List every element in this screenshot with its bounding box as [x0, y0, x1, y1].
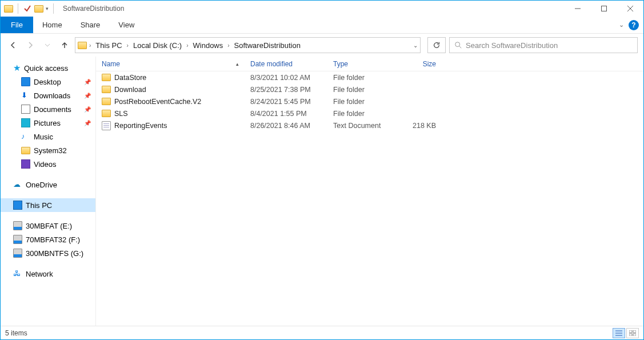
window-title: SoftwareDistribution [63, 5, 124, 13]
folder-icon [102, 86, 111, 93]
sort-ascending-icon: ▴ [236, 61, 239, 67]
column-date[interactable]: Date modified [245, 57, 327, 71]
sidebar-item-pictures[interactable]: Pictures 📌 [1, 116, 95, 130]
network-icon: 🖧 [13, 269, 22, 278]
status-item-count: 5 items [5, 329, 27, 337]
address-dropdown-icon[interactable]: ⌄ [413, 42, 418, 49]
folder-icon [102, 110, 111, 117]
sidebar-item-downloads[interactable]: ⬇ Downloads 📌 [1, 89, 95, 102]
file-row[interactable]: ReportingEvents8/26/2021 8:46 AMText Doc… [96, 119, 643, 131]
sidebar-item-onedrive[interactable]: ☁ OneDrive [1, 178, 95, 191]
drive-icon [13, 221, 22, 230]
sidebar-item-label: 30MBFAT (E:) [26, 222, 72, 230]
sidebar-item-label: Desktop [34, 78, 61, 86]
crumb-windows[interactable]: Windows [191, 38, 226, 53]
sidebar-item-network[interactable]: 🖧 Network [1, 267, 95, 281]
menu-share[interactable]: Share [71, 17, 110, 33]
pin-icon: 📌 [84, 120, 91, 126]
forward-button[interactable] [23, 38, 37, 52]
file-date: 8/26/2021 8:46 AM [245, 122, 327, 130]
refresh-button[interactable] [427, 37, 446, 53]
qat-dropdown-icon[interactable]: ▾ [46, 6, 49, 11]
file-row[interactable]: SLS8/4/2021 1:55 PMFile folder [96, 107, 643, 119]
file-date: 8/3/2021 10:02 AM [245, 74, 327, 82]
back-button[interactable] [6, 38, 20, 52]
help-icon[interactable]: ? [629, 20, 639, 30]
menu-view[interactable]: View [109, 17, 143, 33]
recent-locations-button[interactable] [41, 38, 54, 52]
maximize-button[interactable] [591, 1, 617, 17]
address-bar[interactable]: › This PC › Local Disk (C:) › Windows › … [75, 37, 421, 53]
status-bar: 5 items [1, 326, 643, 339]
view-large-icons-button[interactable] [626, 328, 639, 338]
ribbon-expand-icon[interactable]: ⌄ [619, 21, 624, 29]
file-size: 218 KB [396, 122, 442, 130]
column-name[interactable]: Name▴ [96, 57, 245, 71]
address-row: › This PC › Local Disk (C:) › Windows › … [1, 34, 643, 57]
crumb-softwaredistribution[interactable]: SoftwareDistribution [232, 38, 303, 53]
close-button[interactable] [617, 1, 643, 17]
sidebar-item-drive-e[interactable]: 30MBFAT (E:) [1, 219, 95, 233]
file-rows: DataStore8/3/2021 10:02 AMFile folderDow… [96, 71, 643, 326]
navigation-pane: ★ Quick access Desktop 📌 ⬇ Downloads 📌 D… [1, 57, 95, 326]
sidebar-item-this-pc[interactable]: This PC [1, 198, 95, 212]
text-document-icon [102, 121, 111, 130]
file-name: Download [114, 86, 146, 94]
search-input[interactable] [466, 41, 633, 50]
app-icon [4, 5, 13, 13]
sidebar-item-label: Music [34, 133, 53, 141]
crumb-this-pc[interactable]: This PC [93, 38, 124, 53]
column-headers: Name▴ Date modified Type Size [96, 57, 643, 71]
file-row[interactable]: PostRebootEventCache.V28/24/2021 5:45 PM… [96, 95, 643, 107]
chevron-right-icon[interactable]: › [87, 42, 93, 49]
file-type: File folder [327, 74, 396, 82]
file-type: File folder [327, 98, 396, 106]
downloads-icon: ⬇ [21, 91, 30, 100]
sidebar-item-videos[interactable]: Videos [1, 157, 95, 171]
folder-icon [102, 74, 111, 81]
menu-home[interactable]: Home [33, 17, 71, 33]
chevron-right-icon[interactable]: › [184, 42, 190, 49]
sidebar-item-label: Videos [34, 160, 57, 169]
sidebar-item-quick-access[interactable]: ★ Quick access [1, 61, 95, 75]
column-type[interactable]: Type [327, 57, 396, 71]
ribbon: File Home Share View ⌄ ? [1, 17, 643, 34]
drive-icon [13, 249, 22, 258]
sidebar-item-label: Pictures [34, 119, 61, 127]
view-details-button[interactable] [613, 328, 625, 338]
crumb-local-disk[interactable]: Local Disk (C:) [131, 38, 184, 53]
svg-rect-12 [633, 334, 636, 336]
file-tab[interactable]: File [1, 17, 33, 33]
pin-icon: 📌 [84, 93, 91, 99]
up-button[interactable] [58, 38, 71, 52]
title-bar: ▾ SoftwareDistribution [1, 1, 643, 17]
sidebar-item-desktop[interactable]: Desktop 📌 [1, 75, 95, 89]
search-box[interactable] [449, 37, 638, 53]
column-size[interactable]: Size [396, 57, 442, 71]
sidebar-item-music[interactable]: ♪ Music [1, 130, 95, 143]
documents-icon [21, 105, 30, 114]
file-name: ReportingEvents [114, 122, 167, 130]
sidebar-item-documents[interactable]: Documents 📌 [1, 102, 95, 116]
quick-access-icon: ★ [13, 63, 21, 73]
properties-icon[interactable] [23, 4, 32, 13]
file-row[interactable]: DataStore8/3/2021 10:02 AMFile folder [96, 71, 643, 83]
onedrive-icon: ☁ [13, 180, 22, 189]
chevron-right-icon[interactable]: › [225, 42, 231, 49]
file-row[interactable]: Download8/25/2021 7:38 PMFile folder [96, 83, 643, 95]
file-type: File folder [327, 86, 396, 94]
desktop-icon [21, 77, 30, 86]
sidebar-item-system32[interactable]: System32 [1, 143, 95, 157]
search-icon [454, 41, 462, 49]
sidebar-item-drive-f[interactable]: 70MBFAT32 (F:) [1, 233, 95, 246]
sidebar-item-label: 300MBNTFS (G:) [26, 249, 83, 258]
sidebar-item-drive-g[interactable]: 300MBNTFS (G:) [1, 246, 95, 260]
minimize-button[interactable] [565, 1, 591, 17]
folder-icon [21, 147, 30, 154]
file-name: PostRebootEventCache.V2 [114, 98, 201, 106]
sidebar-item-label: Downloads [34, 91, 70, 100]
chevron-right-icon[interactable]: › [125, 42, 131, 49]
file-date: 8/4/2021 1:55 PM [245, 110, 327, 118]
new-folder-icon[interactable] [34, 5, 43, 13]
videos-icon [21, 159, 30, 169]
